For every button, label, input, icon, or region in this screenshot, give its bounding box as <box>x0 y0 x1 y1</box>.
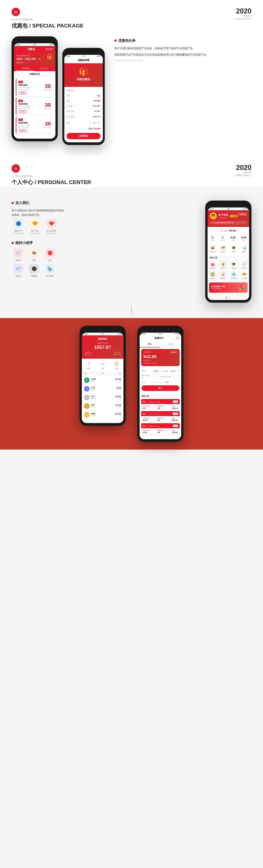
wallet-action-2[interactable]: 📋 记录 <box>113 361 120 370</box>
wallet-action-1[interactable]: ↓ 充币 <box>99 361 106 370</box>
input-total[interactable]: ¥ <box>172 375 179 379</box>
pkg-tab-1[interactable]: 任务进行中 <box>16 66 35 71</box>
join-icon-1[interactable]: 🧡 加入代理 米途推台必须 <box>28 219 41 235</box>
mini-icon-circle-5: 🏪 <box>45 264 55 274</box>
card2-acc: 累计: 44.00 ABC <box>18 107 42 110</box>
personal-icon-1[interactable]: 💳 兑美中心 <box>218 244 228 254</box>
order-total-0: 总额 4269.00 <box>172 405 178 409</box>
detail-title: 初级优惠包 <box>67 78 100 81</box>
phone-notch-trade <box>153 329 168 333</box>
detail-screen: Apple 9:41 100% ‹ 优惠包详情 ‹ 🎁 初级优惠包 配置类 <box>64 55 103 142</box>
coin-value-btc: 137.65 0.00 <box>115 404 121 408</box>
input-high[interactable]: 44.89 <box>152 369 160 373</box>
connector-03 <box>11 303 252 318</box>
mini-icon-circle-1: 🛍 <box>29 248 39 258</box>
tool-0[interactable]: 👛 我的钱包 <box>208 260 217 270</box>
card3-btn[interactable]: 去购买>> <box>18 129 27 132</box>
trade-tab-sell[interactable]: 卖出 <box>160 341 181 347</box>
stat-3: 0.00 钱包 <box>241 236 246 241</box>
join-icon-circle-2: ❤️ <box>47 219 56 228</box>
statusbar-wallet: Apple 9:41 100% <box>82 333 123 335</box>
coin-info-usdt: USDT USDT <box>91 378 115 382</box>
card2-btn[interactable]: 去购买>> <box>18 111 27 113</box>
red-dot-join <box>11 202 14 204</box>
tool-5[interactable]: 💡 理解中心 <box>218 271 228 280</box>
trade-tab-buy[interactable]: 买入 <box>140 341 160 347</box>
mini-icon-label-2: 京东 <box>43 259 57 262</box>
tool-3[interactable]: 📈 交易中心 <box>239 260 249 270</box>
qty-minus[interactable]: − <box>88 121 92 125</box>
icon-img-0: 📦 <box>210 245 215 250</box>
icon-label-2: 商学院 <box>230 251 238 253</box>
upgrade-btn[interactable]: 立即升级 <box>238 213 247 216</box>
join-us-title-row: 加入我们 <box>11 200 65 205</box>
order-card-1: 买入 2018/12/12 16:00 求购 价格(ABC) 42.89 数量(… <box>141 411 180 423</box>
mini-icon-4[interactable]: ⚫ 黑貂精 <box>27 264 41 277</box>
buy-button[interactable]: 立即购买 <box>67 133 100 139</box>
coin-list-header: 币种 持有 冻结 <box>82 372 123 376</box>
price-value: ¥42.89 <box>143 354 177 359</box>
order-price-0: 价格(ABC) 42.1 <box>143 405 150 409</box>
order-btn-0[interactable]: 求购 <box>173 400 178 403</box>
join-icon-2[interactable]: ❤️ 加入运营商 米途推台必须 <box>45 219 58 235</box>
order-btn-2[interactable]: 求购 <box>173 425 178 427</box>
form-row-1: 输入购买数量 ABC 输入购买总额 ¥ <box>142 374 179 379</box>
wallet-action-0[interactable]: ↑ 提币 <box>86 361 92 370</box>
pkg-tab-2[interactable]: 任务已完成 <box>35 66 53 71</box>
mini-icon-label-1: 淘宝 <box>27 259 41 262</box>
pkg-available-label: 透明包(天) <box>16 62 24 64</box>
icon-label-1: 兑美中心 <box>219 251 227 253</box>
order-body-2: 价格(ABC) 42.89 数量(ABC) 100 总额 4289.00 <box>141 428 180 435</box>
join-icon-circle-0: 🔵 <box>13 219 23 228</box>
join-icon-label-0: 智能小智 <box>11 229 25 232</box>
input-slide[interactable]: 0.00 <box>164 380 177 384</box>
tool-1[interactable]: 💰 兑美中心 <box>218 260 228 270</box>
mini-icon-3[interactable]: 💎 精品会 <box>11 264 25 277</box>
input-low[interactable]: 41.89 <box>170 369 177 373</box>
input-qty[interactable]: ABC <box>152 375 159 379</box>
wallet-available: 426.73 可提 (ABC) <box>84 351 92 355</box>
mini-icon-circle-2: 🔴 <box>45 248 55 258</box>
slider-track[interactable] <box>152 382 163 383</box>
mini-icon-0[interactable]: 🛒 拼多多 <box>11 248 25 262</box>
join-icon-0[interactable]: 🔵 智能小智 积分购物商城 <box>11 219 25 235</box>
personal-icon-0[interactable]: 📦 我的产品组 <box>208 244 217 254</box>
card1-btn[interactable]: 去购买>> <box>18 92 27 94</box>
detail-row-total: 累计产量 44 ABC <box>67 109 100 114</box>
wallet-screen: Apple 9:41 100% ‹ 我的钱包 ‹ 总资产 (ABC) 1557.… <box>82 333 123 423</box>
card1-badge: 初级 <box>18 81 23 83</box>
trade-nav: ‹ 交易中心 记录 <box>140 335 181 341</box>
coin-row-3: ₿ BTC 比特币 137.65 0.00 <box>82 402 123 410</box>
tool-4[interactable]: ✅ 买卖验证 <box>208 271 217 280</box>
tool-2[interactable]: 🎓 商学院 <box>229 260 238 270</box>
mini-icon-2[interactable]: 🔴 京东 <box>43 248 57 262</box>
wallet-available-row: 426.73 可提 (ABC) 163.72 冻结 (ABC) <box>84 351 121 355</box>
mini-icon-5[interactable]: 🏪 苏宁易购 <box>43 264 57 277</box>
order-price-1: 价格(ABC) 42.89 <box>143 417 150 421</box>
user-info: 米子先生 ID: 453261 <box>218 213 228 219</box>
qty-plus[interactable]: + <box>97 121 100 125</box>
statusbar-2: Apple 9:41 100% <box>64 55 103 58</box>
qty-control[interactable]: − 2 + <box>88 121 100 125</box>
wallet-title: 我的钱包 <box>98 337 107 341</box>
personal-icon-2[interactable]: 🎓 商学院 <box>229 244 238 254</box>
trade-record[interactable]: 记录 <box>176 337 179 339</box>
buy-btn[interactable]: 买入 <box>142 385 179 391</box>
join-icon-emoji-0: 🔵 <box>16 221 21 226</box>
tool-7[interactable]: 💳 支付设置 <box>239 271 249 280</box>
navbar-right-1: 规则说明 <box>46 48 53 51</box>
section-number-03: 03 <box>11 8 20 16</box>
trade-tabs: 买入 卖出 <box>140 341 181 347</box>
card1-number: 38 <box>44 84 52 89</box>
personal-icon-3[interactable]: 📊 交易中心 <box>239 244 249 254</box>
stat-2: 0.00 余额 <box>230 236 236 241</box>
tool-6[interactable]: ⚙️ 运营管理 <box>229 271 238 280</box>
nav-dots <box>208 296 249 300</box>
mini-icon-1[interactable]: 🛍 淘宝 <box>27 248 41 262</box>
pkg-card-3: 初级 初级优惠包 日产量: 0.44 ABC 累计: 44.00 ABC 去购买… <box>16 116 54 134</box>
order-btn-1[interactable]: 求购 <box>173 412 178 415</box>
icon-label-3: 交易中心 <box>240 251 249 253</box>
statusbar-personal: Apple 9:41 100% <box>208 208 249 210</box>
dot-inactive-2 <box>230 297 231 299</box>
pkg-balance-label: 优惠包 <box>16 58 23 60</box>
